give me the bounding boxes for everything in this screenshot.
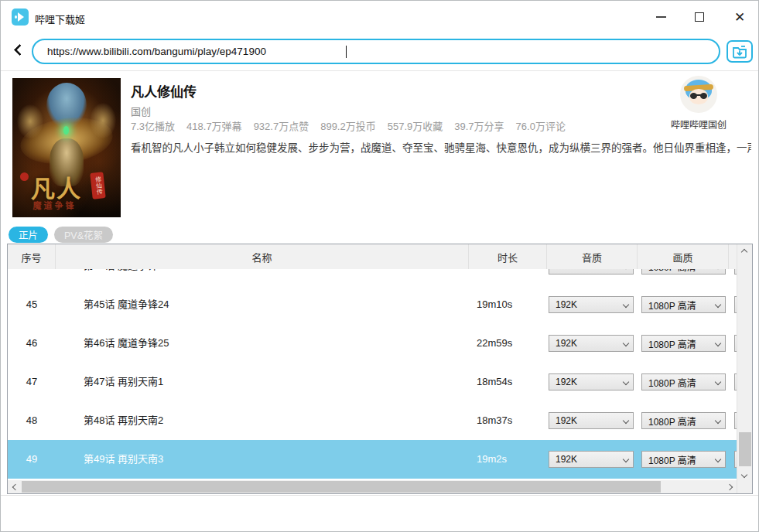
scrollbar-corner [737,482,752,493]
window-title: 哔哩下载姬 [35,12,85,26]
cover-image: 凡人 修仙传 魔道争锋 [12,78,121,217]
tab-main-episodes[interactable]: 正片 [9,227,48,243]
row-duration: 18m37s [469,401,547,440]
media-title: 凡人修仙传 [131,81,197,101]
chevron-down-icon [713,374,725,390]
header-video-quality[interactable]: 画质 [638,244,729,269]
table-row[interactable]: 45 第45话 魔道争锋24 19m10s 192K 1080P 高清 [8,285,737,324]
titlebar: 哔哩下载姬 ✕ [1,1,758,33]
scroll-left-icon[interactable] [8,480,21,493]
stat-shares: 39.7万分享 [454,118,504,133]
vertical-scrollbar[interactable] [737,244,752,493]
chevron-down-icon [713,413,725,428]
audio-quality-select[interactable]: 192K [549,269,634,275]
chevron-down-icon [713,452,725,467]
stat-comments: 76.0万评论 [516,118,566,133]
table-row[interactable]: 44 第44话 魔道争锋23 18m59s 192K 1080P 高清 [8,269,737,285]
fetch-url-button[interactable] [727,40,753,63]
close-button[interactable]: ✕ [727,1,753,33]
folder-download-icon [732,45,747,59]
maximize-icon [695,12,704,22]
text-cursor [346,46,347,58]
row-duration: 22m59s [469,324,547,363]
footer-bar: 全选 解析视频 下载选中项 [1,495,758,532]
table-row[interactable]: 46 第46话 魔道争锋25 22m59s 192K 1080P 高清 [8,324,737,363]
extra-select[interactable] [734,451,737,468]
uploader-avatar [680,76,717,113]
header-duration[interactable]: 时长 [469,244,547,269]
horizontal-scrollbar[interactable] [8,480,737,493]
horizontal-scroll-thumb[interactable] [22,481,661,493]
media-description: 看机智的凡人小子韩立如何稳健发展、步步为营，战魔道、夺至宝、驰骋星海、快意恩仇，… [131,139,751,155]
poster-seal: 修仙传 [90,172,105,200]
row-duration: 19m10s [469,285,547,324]
row-name: 第49话 再别天南3 [56,440,469,479]
back-button[interactable] [12,44,27,60]
chevron-down-icon [621,336,633,351]
scroll-right-icon[interactable] [723,480,737,493]
row-name: 第48话 再别天南2 [56,401,469,440]
stat-plays: 7.3亿播放 [131,118,175,133]
vertical-scroll-thumb[interactable] [739,432,751,466]
url-bar[interactable] [32,39,720,64]
row-name: 第45话 魔道争锋24 [56,285,469,324]
header-number[interactable]: 序号 [8,244,56,269]
media-stats: 7.3亿播放 418.7万弹幕 932.7万点赞 899.2万投币 557.9万… [131,118,566,133]
extra-select[interactable] [734,296,737,313]
audio-quality-select[interactable]: 192K [549,373,634,390]
episode-tabs: 正片 PV&花絮 [9,227,113,243]
table-row[interactable]: 47 第47话 再别天南1 18m54s 192K 1080P 高清 [8,363,737,401]
minimize-icon [656,16,666,18]
header-audio-quality[interactable]: 音质 [547,244,638,269]
scroll-up-icon[interactable] [737,244,753,257]
minimize-button[interactable] [648,1,674,33]
video-quality-select[interactable]: 1080P 高清 [641,412,726,429]
stat-danmaku: 418.7万弹幕 [186,118,242,133]
url-input[interactable] [47,46,345,57]
stat-favorites: 557.9万收藏 [388,118,443,133]
row-number: 47 [8,363,56,401]
audio-quality-select[interactable]: 192K [549,296,634,313]
app-window: 哔哩下载姬 ✕ 凡人 修仙传 魔道争锋 凡人修仙传 国创 7.3亿播放 418.… [0,0,759,532]
app-logo-icon [12,9,29,26]
video-quality-select[interactable]: 1080P 高清 [641,296,726,313]
row-duration: 18m59s [469,269,547,285]
scroll-down-icon[interactable] [737,469,753,482]
video-quality-select[interactable]: 1080P 高清 [641,373,726,390]
episode-table: 序号 名称 时长 音质 画质 44 第44话 魔道争锋23 18m59s 192… [7,244,753,494]
row-name: 第44话 魔道争锋23 [56,269,469,285]
chevron-down-icon [713,269,725,274]
row-name: 第47话 再别天南1 [56,363,469,401]
stat-likes: 932.7万点赞 [254,118,309,133]
video-quality-select[interactable]: 1080P 高清 [641,451,726,468]
video-quality-select[interactable]: 1080P 高清 [641,335,726,352]
row-name: 第46话 魔道争锋25 [56,324,469,363]
row-number: 44 [8,269,56,285]
chevron-down-icon [621,374,633,390]
header-name[interactable]: 名称 [56,244,469,269]
uploader-name: 哔哩哔哩国创 [663,118,734,131]
chevron-down-icon [621,413,633,428]
maximize-button[interactable] [686,1,713,33]
back-icon [14,44,26,56]
video-quality-select[interactable]: 1080P 高清 [641,269,726,275]
extra-select[interactable] [734,373,737,390]
row-duration: 18m54s [469,363,547,401]
chevron-down-icon [621,269,633,274]
divider [1,70,758,71]
chevron-down-icon [621,452,633,467]
row-duration: 19m2s [469,440,547,479]
table-body: 44 第44话 魔道争锋23 18m59s 192K 1080P 高清 45 第… [8,269,737,480]
table-row[interactable]: 49 第49话 再别天南3 19m2s 192K 1080P 高清 [8,440,737,479]
extra-select[interactable] [734,412,737,429]
extra-select[interactable] [734,269,737,275]
table-header: 序号 名称 时长 音质 画质 [8,244,737,269]
chevron-down-icon [713,336,725,351]
audio-quality-select[interactable]: 192K [549,335,634,352]
table-row[interactable]: 48 第48话 再别天南2 18m37s 192K 1080P 高清 [8,401,737,440]
tab-pv-extras[interactable]: PV&花絮 [54,227,113,243]
row-number: 45 [8,285,56,324]
audio-quality-select[interactable]: 192K [549,412,634,429]
extra-select[interactable] [734,335,737,352]
audio-quality-select[interactable]: 192K [549,451,634,468]
